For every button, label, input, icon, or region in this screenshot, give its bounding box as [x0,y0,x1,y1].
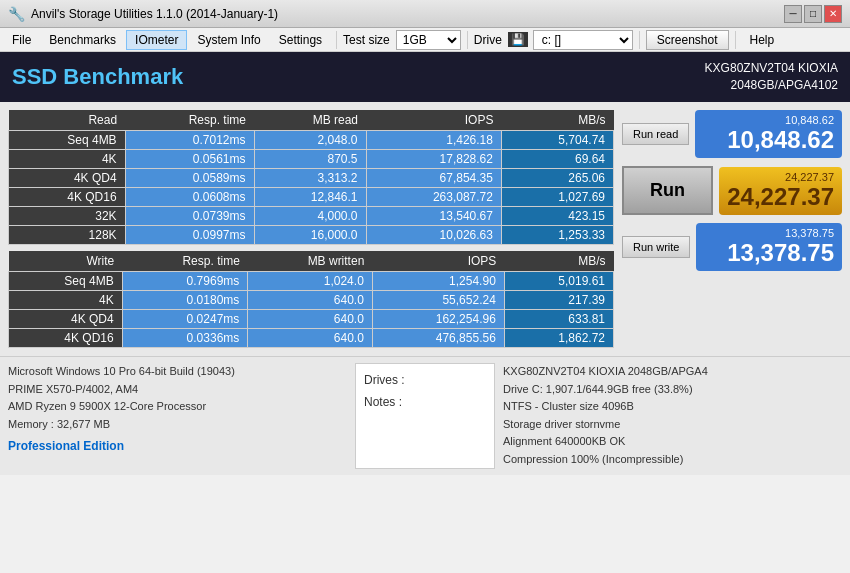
os-info: Microsoft Windows 10 Pro 64-bit Build (1… [8,363,347,381]
separator [336,31,337,49]
run-read-score-value: 10,848.62 [703,126,834,154]
screenshot-button[interactable]: Screenshot [646,30,729,50]
minimize-button[interactable]: ─ [784,5,802,23]
read-row-0-resp: 0.7012ms [125,131,254,150]
title-bar-text: Anvil's Storage Utilities 1.1.0 (2014-Ja… [31,7,784,21]
read-row-0-mbs: 5,704.74 [501,131,613,150]
read-col-header: Read [9,110,126,131]
main-content: Read Resp. time MB read IOPS MB/s Seq 4M… [0,102,850,356]
run-main-score-label: 24,227.37 [727,171,834,183]
run-read-row: Run read 10,848.62 10,848.62 [622,110,842,158]
write-row-2: 4K QD4 0.0247ms 640.0 162,254.96 633.81 [9,310,614,329]
testsize-label: Test size [343,33,390,47]
read-row-0-label: Seq 4MB [9,131,126,150]
drives-label: Drives : [364,370,486,392]
cpu-info: AMD Ryzen 9 5900X 12-Core Processor [8,398,347,416]
bottom-right: KXG80ZNV2T04 KIOXIA 2048GB/APGA4 Drive C… [503,363,842,469]
app-title: SSD Benchmark [12,64,183,90]
device-info: KXG80ZNV2T04 KIOXIA 2048GB/APGA4102 [705,60,838,94]
device-line1: KXG80ZNV2T04 KIOXIA [705,60,838,77]
storage-driver: Storage driver stornvme [503,416,842,434]
write-col-header: Write [9,251,123,272]
menu-settings[interactable]: Settings [271,31,330,49]
menu-file[interactable]: File [4,31,39,49]
drive-icon: 💾 [508,32,528,47]
write-resptime-header: Resp. time [122,251,248,272]
separator3 [639,31,640,49]
app-header: SSD Benchmark KXG80ZNV2T04 KIOXIA 2048GB… [0,52,850,102]
read-row-1-label: 4K [9,150,126,169]
mbs-col-header: MB/s [501,110,613,131]
run-read-score-label: 10,848.62 [703,114,834,126]
separator4 [735,31,736,49]
drive-detail: Drive C: 1,907.1/644.9GB free (33.8%) [503,381,842,399]
run-write-score: 13,378.75 13,378.75 [696,223,842,271]
benchmark-table: Read Resp. time MB read IOPS MB/s Seq 4M… [8,110,614,348]
mbread-col-header: MB read [254,110,366,131]
run-read-button[interactable]: Run read [622,123,689,145]
write-mbs-header: MB/s [504,251,613,272]
run-read-score: 10,848.62 10,848.62 [695,110,842,158]
read-row-1: 4K 0.0561ms 870.5 17,828.62 69.64 [9,150,614,169]
ntfs-detail: NTFS - Cluster size 4096B [503,398,842,416]
read-row-5: 128K 0.0997ms 16,000.0 10,026.63 1,253.3… [9,226,614,245]
read-table: Read Resp. time MB read IOPS MB/s Seq 4M… [8,110,614,245]
write-row-1: 4K 0.0180ms 640.0 55,652.24 217.39 [9,291,614,310]
run-write-score-label: 13,378.75 [704,227,834,239]
alignment-info: Alignment 640000KB OK [503,433,842,451]
write-mb-header: MB written [248,251,373,272]
read-row-4: 32K 0.0739ms 4,000.0 13,540.67 423.15 [9,207,614,226]
menu-bar: File Benchmarks IOmeter System Info Sett… [0,28,850,52]
title-bar: 🔧 Anvil's Storage Utilities 1.1.0 (2014-… [0,0,850,28]
read-row-0-iops: 1,426.18 [366,131,501,150]
device-detail: KXG80ZNV2T04 KIOXIA 2048GB/APGA4 [503,363,842,381]
resptime-col-header: Resp. time [125,110,254,131]
read-row-0: Seq 4MB 0.7012ms 2,048.0 1,426.18 5,704.… [9,131,614,150]
menu-help[interactable]: Help [742,31,783,49]
write-iops-header: IOPS [372,251,504,272]
run-main-score-value: 24,227.37 [727,183,834,211]
device-line2: 2048GB/APGA4102 [705,77,838,94]
title-bar-controls: ─ □ ✕ [784,5,842,23]
run-main-button[interactable]: Run [622,166,713,215]
run-write-score-value: 13,378.75 [704,239,834,267]
motherboard-info: PRIME X570-P/4002, AM4 [8,381,347,399]
testsize-select[interactable]: 1GB 512MB 256MB [396,30,461,50]
bottom-panel: Microsoft Windows 10 Pro 64-bit Build (1… [0,356,850,475]
memory-info: Memory : 32,677 MB [8,416,347,434]
separator2 [467,31,468,49]
read-row-3: 4K QD16 0.0608ms 12,846.1 263,087.72 1,0… [9,188,614,207]
right-panel: Run read 10,848.62 10,848.62 Run 24,227.… [622,110,842,348]
read-row-2: 4K QD4 0.0589ms 3,313.2 67,854.35 265.06 [9,169,614,188]
bottom-notes: Drives : Notes : [355,363,495,469]
menu-sysinfo[interactable]: System Info [189,31,268,49]
drive-select[interactable]: c: [] [533,30,633,50]
write-table: Write Resp. time MB written IOPS MB/s Se… [8,251,614,348]
run-write-row: Run write 13,378.75 13,378.75 [622,223,842,271]
run-main-row: Run 24,227.37 24,227.37 [622,166,842,215]
edition-label: Professional Edition [8,437,347,456]
compression-info: Compression 100% (Incompressible) [503,451,842,469]
app-icon: 🔧 [8,6,25,22]
close-button[interactable]: ✕ [824,5,842,23]
maximize-button[interactable]: □ [804,5,822,23]
run-write-button[interactable]: Run write [622,236,690,258]
menu-iometer[interactable]: IOmeter [126,30,187,50]
menu-benchmarks[interactable]: Benchmarks [41,31,124,49]
read-row-0-mb: 2,048.0 [254,131,366,150]
run-main-score: 24,227.37 24,227.37 [719,167,842,215]
drive-label: Drive [474,33,502,47]
iops-col-header: IOPS [366,110,501,131]
write-row-0: Seq 4MB 0.7969ms 1,024.0 1,254.90 5,019.… [9,272,614,291]
write-row-3: 4K QD16 0.0336ms 640.0 476,855.56 1,862.… [9,329,614,348]
bottom-left: Microsoft Windows 10 Pro 64-bit Build (1… [8,363,347,469]
notes-label: Notes : [364,392,486,414]
